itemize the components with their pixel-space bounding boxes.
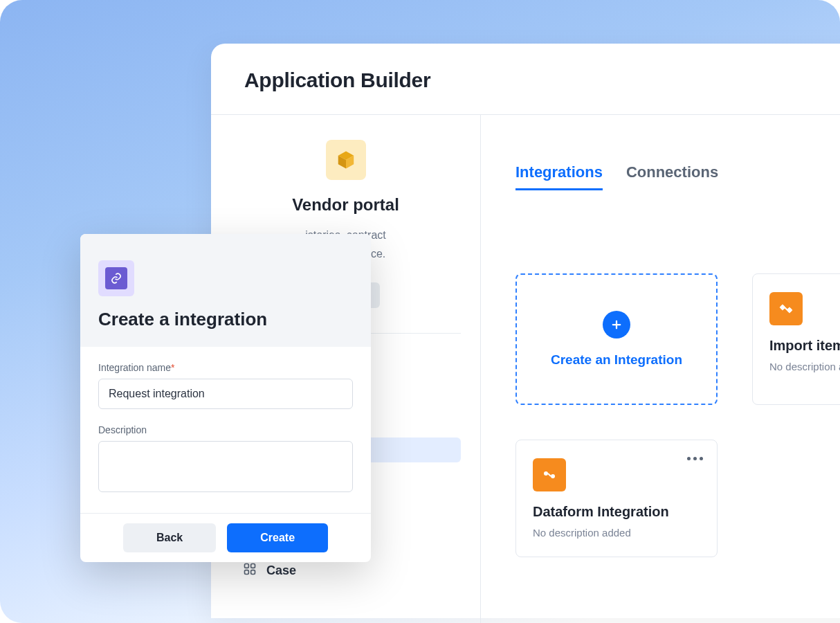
back-button[interactable]: Back (123, 523, 216, 552)
dataform-card-desc: No description added (533, 527, 700, 539)
link-icon (105, 267, 127, 289)
import-card-desc: No description a (769, 361, 840, 372)
svg-point-9 (551, 474, 555, 478)
svg-rect-2 (245, 570, 249, 575)
plug-icon (533, 458, 566, 491)
case-label: Case (266, 563, 296, 578)
right-column: Integrations Connections Create an Integ… (481, 115, 840, 623)
page-title: Application Builder (244, 69, 840, 92)
modal-header: Create a integration (80, 234, 371, 347)
create-button[interactable]: Create (227, 523, 328, 552)
create-integration-card[interactable]: Create an Integration (515, 273, 718, 405)
main-header: Application Builder (211, 44, 840, 115)
package-icon (326, 140, 366, 180)
import-card-title: Import item (769, 338, 840, 354)
svg-rect-1 (251, 564, 255, 568)
svg-point-8 (544, 471, 548, 476)
description-label: Description (98, 424, 353, 435)
svg-point-6 (780, 305, 785, 309)
more-icon[interactable] (687, 457, 703, 460)
modal-footer: Back Create (80, 513, 371, 562)
integration-card-import[interactable]: Import item No description a (752, 273, 840, 405)
create-integration-modal: Create a integration Integration name* D… (80, 234, 371, 562)
tabs: Integrations Connections (515, 163, 840, 190)
integration-name-label: Integration name* (98, 362, 353, 373)
modal-body: Integration name* Description (80, 347, 371, 513)
plus-icon (603, 311, 630, 338)
integration-name-input[interactable] (98, 379, 353, 409)
modal-icon-wrapper (98, 260, 134, 296)
modal-title: Create a integration (98, 309, 353, 330)
plug-icon (769, 292, 803, 325)
svg-rect-0 (245, 564, 249, 568)
grid-icon (243, 562, 257, 579)
tab-integrations[interactable]: Integrations (515, 163, 603, 190)
dataform-card-title: Dataform Integration (533, 504, 700, 520)
svg-point-7 (787, 308, 792, 312)
description-input[interactable] (98, 441, 353, 492)
portal-title: Vendor portal (244, 195, 447, 215)
integration-card-dataform[interactable]: Dataform Integration No description adde… (515, 440, 718, 557)
create-integration-label: Create an Integration (551, 352, 682, 368)
svg-rect-3 (251, 570, 255, 575)
tab-connections[interactable]: Connections (626, 163, 718, 190)
